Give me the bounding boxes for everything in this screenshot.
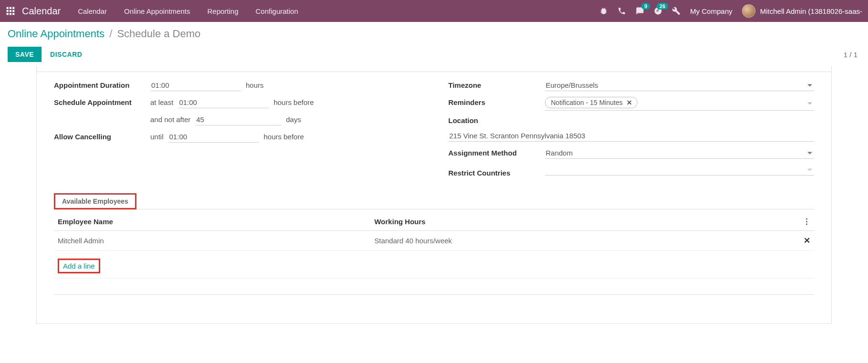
form-outer: Appointment Duration hours Schedule Appo… [0, 66, 868, 324]
timezone-select[interactable]: Europe/Brussels [545, 80, 815, 91]
section-highlight-box: Available Employees [54, 193, 136, 209]
apps-icon[interactable] [6, 6, 15, 16]
add-line-highlight-box: Add a line [58, 259, 100, 273]
reminders-input[interactable]: Notification - 15 Minutes ✕ [545, 97, 815, 111]
appointment-duration-label: Appointment Duration [54, 81, 145, 89]
bug-icon[interactable] [599, 7, 608, 15]
breadcrumb-sep: / [109, 28, 112, 40]
svg-rect-8 [12, 13, 14, 15]
tabs-row [37, 66, 831, 72]
allow-cancel-unit: hours before [264, 133, 304, 141]
assignment-value: Random [545, 147, 815, 158]
delete-row-icon[interactable]: ✕ [799, 231, 814, 251]
location-input[interactable] [449, 130, 815, 142]
form-col-right: Timezone Europe/Brussels Reminders Notif… [449, 80, 815, 183]
cell-working-hours: Standard 40 hours/week [370, 231, 799, 251]
reminder-tag-label: Notification - 15 Minutes [551, 99, 623, 106]
app-title[interactable]: Calendar [22, 6, 61, 17]
messages-icon[interactable]: 9 [636, 7, 644, 15]
nav-icons: 9 26 My Company Mitchell Admin (13818026… [599, 4, 862, 18]
form-col-left: Appointment Duration hours Schedule Appo… [54, 80, 420, 183]
assignment-select[interactable]: Random [545, 147, 815, 159]
timezone-label: Timezone [449, 81, 539, 89]
reminders-label: Reminders [449, 98, 539, 106]
svg-rect-7 [10, 13, 11, 15]
restrict-label: Restrict Countries [449, 169, 539, 177]
nav-user[interactable]: Mitchell Admin (13818026-saas- [742, 4, 862, 18]
assignment-label: Assignment Method [449, 149, 539, 157]
caret-down-icon [807, 103, 812, 105]
table-row[interactable]: Mitchell Admin Standard 40 hours/week ✕ [54, 231, 814, 251]
breadcrumb: Online Appointments / Schedule a Demo [8, 28, 860, 40]
save-button[interactable]: SAVE [8, 47, 42, 62]
allow-cancel-input[interactable] [168, 131, 259, 143]
svg-rect-0 [7, 7, 9, 9]
col-employee-name: Employee Name [54, 212, 370, 231]
allow-cancel-prefix: until [150, 133, 164, 141]
nav-company[interactable]: My Company [690, 7, 732, 15]
schedule-atleast-prefix: at least [150, 98, 173, 106]
breadcrumb-parent[interactable]: Online Appointments [8, 28, 105, 40]
nav-username: Mitchell Admin (13818026-saas- [760, 7, 862, 15]
breadcrumb-current: Schedule a Demo [117, 28, 200, 40]
close-icon[interactable]: ✕ [627, 99, 632, 106]
pager[interactable]: 1 / 1 [844, 51, 858, 59]
svg-rect-1 [10, 7, 11, 9]
schedule-max-unit: days [286, 115, 301, 124]
messages-badge: 9 [641, 3, 650, 10]
col-options-icon[interactable]: ⋮ [799, 212, 814, 231]
reminder-tag[interactable]: Notification - 15 Minutes ✕ [545, 97, 638, 108]
timezone-value: Europe/Brussels [545, 80, 815, 91]
restrict-value [545, 165, 815, 175]
schedule-min-unit: hours before [273, 98, 314, 106]
add-line-row: Add a line [54, 251, 814, 279]
restrict-select[interactable] [545, 165, 815, 176]
phone-icon[interactable] [617, 7, 626, 15]
avatar [742, 4, 755, 18]
schedule-max-input[interactable] [195, 114, 281, 125]
svg-rect-3 [7, 10, 9, 12]
activities-icon[interactable]: 26 [654, 7, 662, 15]
control-bar: Online Appointments / Schedule a Demo SA… [0, 22, 868, 62]
section-divider [54, 209, 814, 209]
nav-menu-calendar[interactable]: Calendar [78, 7, 107, 15]
action-row: SAVE DISCARD 1 / 1 [8, 47, 860, 62]
svg-rect-2 [12, 7, 14, 9]
section-title: Available Employees [62, 197, 128, 205]
nav-menu-reporting[interactable]: Reporting [207, 7, 238, 15]
schedule-min-input[interactable] [178, 97, 269, 108]
nav-menu: Calendar Online Appointments Reporting C… [78, 7, 590, 15]
employees-table: Employee Name Working Hours ⋮ Mitchell A… [54, 212, 814, 295]
appointment-duration-unit: hours [246, 81, 264, 89]
schedule-notafter-prefix: and not after [150, 115, 190, 124]
nav-menu-online-appointments[interactable]: Online Appointments [124, 7, 190, 15]
discard-button[interactable]: DISCARD [50, 51, 82, 58]
tools-icon[interactable] [672, 7, 680, 15]
nav-menu-configuration[interactable]: Configuration [256, 7, 298, 15]
svg-rect-4 [10, 10, 11, 12]
svg-rect-5 [12, 10, 14, 12]
schedule-appointment-label: Schedule Appointment [54, 98, 145, 106]
add-line-button[interactable]: Add a line [59, 260, 99, 272]
col-working-hours: Working Hours [370, 212, 799, 231]
form-sheet: Appointment Duration hours Schedule Appo… [36, 66, 832, 324]
table-footer-row [54, 279, 814, 295]
appointment-duration-input[interactable] [150, 80, 241, 91]
svg-rect-6 [7, 13, 9, 15]
navbar: Calendar Calendar Online Appointments Re… [0, 0, 868, 22]
cell-employee-name: Mitchell Admin [54, 231, 370, 251]
location-label: Location [449, 116, 539, 124]
form-grid: Appointment Duration hours Schedule Appo… [54, 80, 814, 183]
allow-cancel-label: Allow Cancelling [54, 133, 145, 141]
activities-badge: 26 [657, 3, 668, 10]
